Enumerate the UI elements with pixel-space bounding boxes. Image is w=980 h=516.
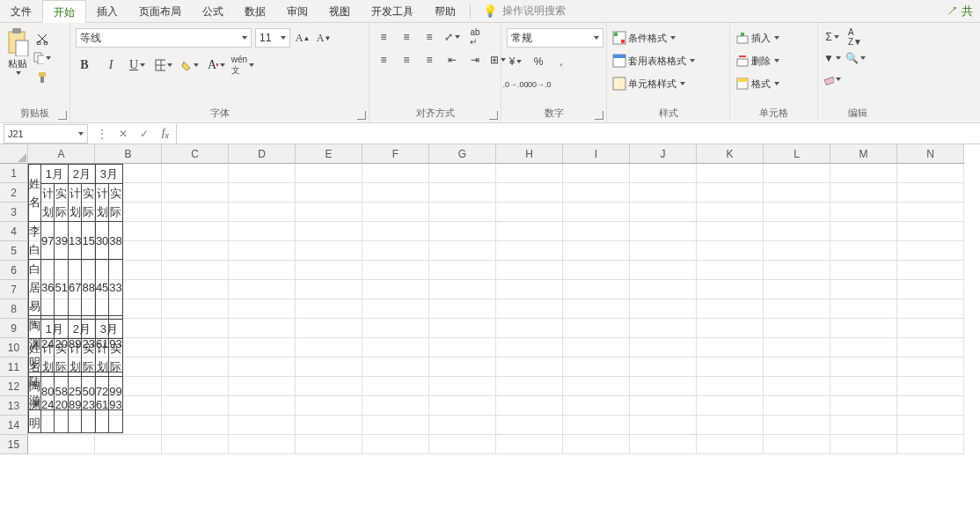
table-cell[interactable]: 实际 <box>109 339 122 377</box>
grid-cell[interactable] <box>296 280 362 299</box>
select-all-corner[interactable] <box>0 144 28 164</box>
table-cell[interactable]: 姓名 <box>29 339 41 377</box>
grid-cell[interactable] <box>764 435 830 454</box>
grid-cell[interactable] <box>697 358 764 377</box>
grid-cell[interactable] <box>229 280 296 299</box>
grid-cell[interactable] <box>697 261 764 280</box>
grid-cell[interactable] <box>229 261 296 280</box>
grid-cell[interactable] <box>697 319 764 338</box>
row-header[interactable]: 10 <box>0 338 28 358</box>
table-cell[interactable]: 计划 <box>41 184 55 222</box>
delete-cells-button[interactable]: 删除 <box>735 51 779 70</box>
decrease-decimal-button[interactable]: .00→.0 <box>530 76 547 93</box>
align-dialog-launcher[interactable] <box>489 111 498 120</box>
table-cell[interactable]: 白居易 <box>29 260 41 316</box>
grid-cell[interactable] <box>296 416 362 435</box>
grid-cell[interactable] <box>697 241 764 261</box>
grid-cell[interactable] <box>362 183 429 203</box>
grid-cell[interactable] <box>362 338 429 358</box>
grid-cell[interactable] <box>496 377 563 396</box>
grid-cell[interactable] <box>296 358 362 377</box>
grid-cell[interactable] <box>229 435 296 454</box>
align-center-button[interactable]: ≡ <box>398 51 415 69</box>
grid-cell[interactable] <box>830 319 897 338</box>
sort-filter-button[interactable]: AZ▼ <box>846 28 864 46</box>
grid-cell[interactable] <box>830 416 897 435</box>
grid-cell[interactable] <box>764 396 830 416</box>
table-cell[interactable]: 51 <box>55 260 68 316</box>
grid-cell[interactable] <box>897 203 964 222</box>
grid-cell[interactable] <box>897 319 964 338</box>
grid-cell[interactable] <box>697 299 764 319</box>
clear-button[interactable] <box>823 70 841 88</box>
grid-cell[interactable] <box>764 241 830 261</box>
grid-cell[interactable] <box>764 358 830 377</box>
grid-cell[interactable] <box>630 319 697 338</box>
grid-cell[interactable] <box>429 164 496 183</box>
table-cell[interactable]: 15 <box>82 222 95 260</box>
grid-cell[interactable] <box>162 319 229 338</box>
table-cell[interactable]: 89 <box>68 377 81 433</box>
table-cell[interactable] <box>29 320 41 339</box>
tab-file[interactable]: 文件 <box>0 0 42 23</box>
grid-cell[interactable] <box>28 435 95 454</box>
grid-cell[interactable] <box>563 261 630 280</box>
grid-cell[interactable] <box>630 261 697 280</box>
percent-button[interactable]: % <box>530 53 547 70</box>
grid-cell[interactable] <box>429 435 496 454</box>
formula-bar[interactable] <box>176 124 980 144</box>
grid-cell[interactable] <box>162 241 229 261</box>
insert-cells-button[interactable]: 插入 <box>735 28 779 48</box>
grid-cell[interactable] <box>229 222 296 241</box>
grid-cell[interactable] <box>897 280 964 299</box>
row-header[interactable]: 15 <box>0 435 28 454</box>
grid-cell[interactable] <box>697 183 764 203</box>
grid-cell[interactable] <box>162 299 229 319</box>
grid-cell[interactable] <box>362 435 429 454</box>
row-header[interactable]: 2 <box>0 183 28 203</box>
grid-cell[interactable] <box>630 338 697 358</box>
table-cell[interactable]: 实际 <box>55 339 68 377</box>
row-header[interactable]: 3 <box>0 203 28 222</box>
grid-cell[interactable] <box>630 280 697 299</box>
column-header[interactable]: G <box>429 144 496 164</box>
font-color-button[interactable]: A <box>208 56 225 74</box>
grid-cell[interactable] <box>697 164 764 183</box>
grid-cell[interactable] <box>897 435 964 454</box>
grid-cell[interactable] <box>630 435 697 454</box>
grid-cell[interactable] <box>764 183 830 203</box>
grid-cell[interactable] <box>296 338 362 358</box>
grid-cell[interactable] <box>362 261 429 280</box>
fill-button[interactable]: ▼ <box>823 49 841 67</box>
table-cell[interactable]: 93 <box>109 377 122 433</box>
tab-dev[interactable]: 开发工具 <box>361 0 424 23</box>
grid-cell[interactable] <box>496 222 563 241</box>
table-cell[interactable]: 39 <box>55 222 68 260</box>
grid-cell[interactable] <box>563 319 630 338</box>
grid-cell[interactable] <box>229 416 296 435</box>
grid-cell[interactable] <box>830 299 897 319</box>
grid-cell[interactable] <box>563 396 630 416</box>
table-cell[interactable]: 李白 <box>29 222 41 260</box>
column-header[interactable]: I <box>563 144 630 164</box>
align-right-button[interactable]: ≡ <box>421 51 438 69</box>
conditional-format-button[interactable]: 条件格式 <box>612 28 676 48</box>
column-header[interactable]: E <box>296 144 362 164</box>
grid-cell[interactable] <box>630 299 697 319</box>
grid-cell[interactable] <box>830 377 897 396</box>
grid-cell[interactable] <box>697 222 764 241</box>
grid-cell[interactable] <box>95 435 162 454</box>
grid-cell[interactable] <box>429 241 496 261</box>
tab-insert[interactable]: 插入 <box>86 0 128 23</box>
fill-color-button[interactable] <box>181 56 199 74</box>
name-box[interactable]: J21 <box>4 124 88 144</box>
align-left-button[interactable]: ≡ <box>375 51 392 69</box>
table-cell[interactable]: 24 <box>41 377 55 433</box>
column-header[interactable]: A <box>28 144 95 164</box>
table-cell[interactable]: 计划 <box>68 339 81 377</box>
row-header[interactable]: 6 <box>0 261 28 280</box>
grid-cell[interactable] <box>429 319 496 338</box>
grid-cell[interactable] <box>496 319 563 338</box>
grid-cell[interactable] <box>362 416 429 435</box>
grid-cell[interactable] <box>897 261 964 280</box>
